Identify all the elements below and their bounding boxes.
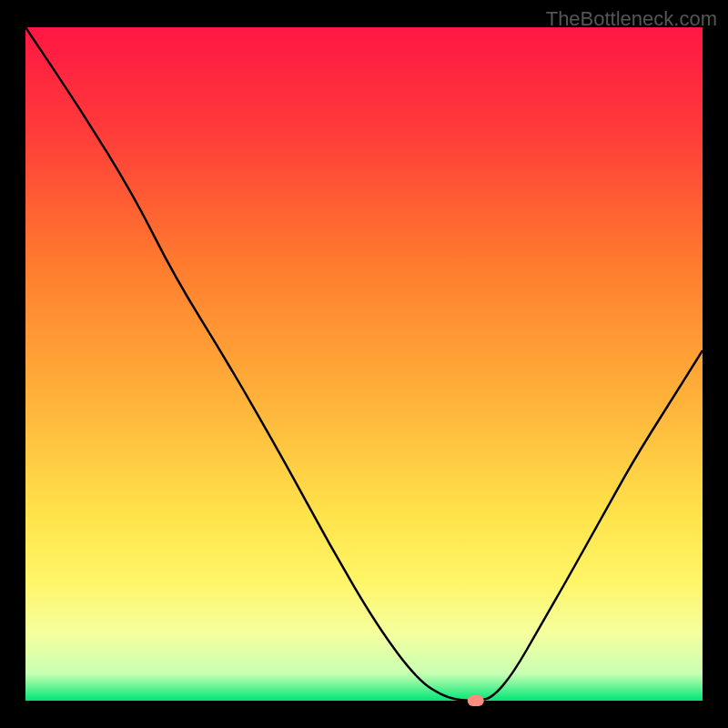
optimal-marker xyxy=(468,695,484,706)
plot-background xyxy=(25,27,703,701)
watermark-text: TheBottleneck.com xyxy=(546,7,717,31)
chart-svg xyxy=(0,0,728,728)
bottleneck-chart xyxy=(0,0,728,728)
